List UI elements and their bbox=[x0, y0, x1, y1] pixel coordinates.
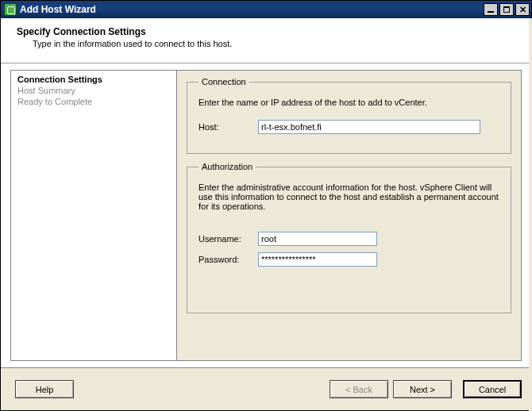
help-button[interactable]: Help bbox=[15, 380, 74, 398]
password-input[interactable] bbox=[258, 252, 377, 267]
wizard-main-pane: Connection Enter the name or IP address … bbox=[177, 70, 522, 361]
window-title: Add Host Wizard bbox=[20, 4, 96, 15]
titlebar: Add Host Wizard ✕ bbox=[1, 1, 531, 18]
host-label: Host: bbox=[199, 122, 258, 132]
connection-group: Connection Enter the name or IP address … bbox=[187, 77, 511, 154]
next-button[interactable]: Next > bbox=[393, 380, 452, 398]
authorization-instruction: Enter the administrative account informa… bbox=[199, 182, 499, 211]
wizard-footer: Help < Back Next > Cancel bbox=[1, 367, 531, 410]
maximize-button[interactable] bbox=[499, 3, 514, 16]
sidebar-step-ready-to-complete: Ready to Complete bbox=[17, 96, 170, 107]
page-title: Specify Connection Settings bbox=[17, 26, 515, 37]
page-subtitle: Type in the information used to connect … bbox=[33, 39, 515, 48]
connection-legend: Connection bbox=[199, 77, 249, 86]
back-button[interactable]: < Back bbox=[330, 380, 388, 398]
cancel-button[interactable]: Cancel bbox=[463, 380, 522, 398]
sidebar-step-connection-settings[interactable]: Connection Settings bbox=[17, 74, 170, 85]
username-input[interactable] bbox=[258, 232, 377, 246]
wizard-header: Specify Connection Settings Type in the … bbox=[1, 18, 531, 63]
minimize-button[interactable] bbox=[484, 3, 498, 16]
app-icon bbox=[4, 3, 17, 16]
add-host-wizard-window: Add Host Wizard ✕ Specify Connection Set… bbox=[0, 0, 532, 411]
password-label: Password: bbox=[199, 255, 258, 264]
sidebar-step-host-summary: Host Summary bbox=[17, 85, 170, 96]
authorization-group: Authorization Enter the administrative a… bbox=[187, 162, 511, 313]
close-button[interactable]: ✕ bbox=[515, 3, 530, 16]
window-right-edge bbox=[529, 18, 532, 411]
wizard-steps-sidebar: Connection Settings Host Summary Ready t… bbox=[10, 70, 177, 361]
connection-instruction: Enter the name or IP address of the host… bbox=[199, 98, 499, 107]
host-input[interactable] bbox=[258, 120, 480, 134]
authorization-legend: Authorization bbox=[199, 162, 256, 171]
username-label: Username: bbox=[199, 234, 258, 244]
